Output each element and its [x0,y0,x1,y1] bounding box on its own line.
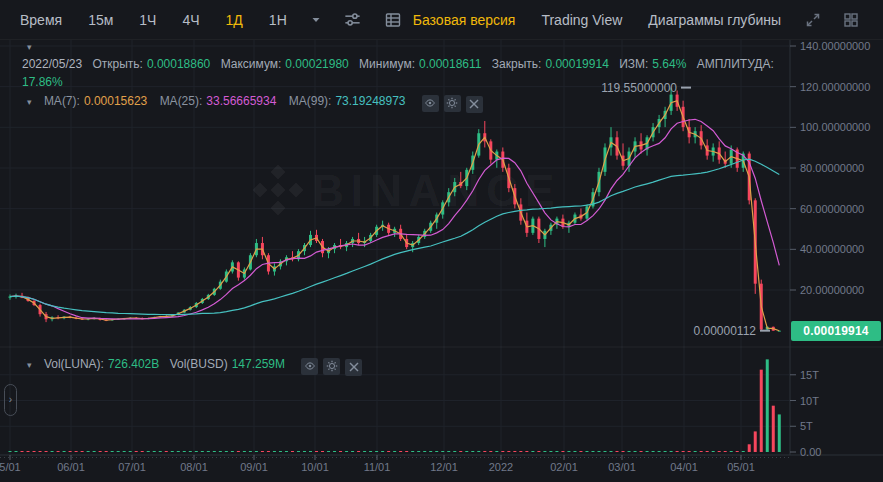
candle-date: 2022/05/23 [22,57,82,71]
ma25-value: 33.56665934 [206,94,276,108]
interval-15m[interactable]: 15м [75,12,126,28]
svg-text:5T: 5T [800,420,813,432]
interval-time[interactable]: Время [20,12,75,28]
svg-text:12/01: 12/01 [430,461,458,473]
ma25-label: MA(25): [160,94,203,108]
volume-visibility-eye-icon[interactable] [301,358,318,375]
last-price-badge[interactable]: 0.00019914 [791,321,881,341]
svg-text:100.00000000: 100.00000000 [800,121,870,133]
svg-text:119.55000000: 119.55000000 [601,81,677,95]
interval-1w[interactable]: 1Н [256,12,300,28]
ma-collapse-caret-icon[interactable]: ▾ [27,97,32,107]
ma-close-icon[interactable] [466,96,483,113]
change-value: 5.64% [652,57,686,71]
svg-text:40.00000000: 40.00000000 [800,243,864,255]
amplitude-label: АМПЛИТУДА: [697,57,774,71]
ma-visibility-eye-icon[interactable] [422,95,439,112]
vol-luna-value: 726.402B [108,357,159,371]
svg-text:0.00000112: 0.00000112 [693,324,756,338]
svg-text:08/01: 08/01 [180,461,208,473]
vol-busd-value: 147.259M [232,357,285,371]
svg-text:5/01: 5/01 [0,461,21,473]
svg-text:09/01: 09/01 [240,461,268,473]
svg-text:02/01: 02/01 [550,461,578,473]
svg-text:05/01: 05/01 [727,461,755,473]
low-label: Минимум: [359,57,415,71]
svg-text:03/01: 03/01 [608,461,636,473]
svg-text:07/01: 07/01 [118,461,146,473]
panel-expander-chevron-icon[interactable]: › [4,384,17,416]
svg-text:80.00000000: 80.00000000 [800,162,864,174]
interval-1h[interactable]: 1Ч [126,12,169,28]
close-value: 0.00019914 [545,57,608,71]
low-value: 0.00018611 [419,57,482,71]
view-tabs-group: Базовая версия Trading View Диаграммы гл… [413,12,870,28]
volume-settings-gear-icon[interactable] [323,358,340,375]
tab-basic-version[interactable]: Базовая версия [413,12,529,28]
ma-legend-actions [417,94,483,108]
svg-text:BINANCE: BINANCE [312,166,561,215]
ma7-label: MA(7): [44,94,80,108]
svg-text:10T: 10T [800,395,819,407]
close-label: Закрыть: [492,57,542,71]
svg-text:20.00000000: 20.00000000 [800,284,864,296]
svg-text:11/01: 11/01 [364,461,391,473]
interval-group: Время 15м 1Ч 4Ч 1Д 1Н [20,10,413,29]
volume-legend: ▾ Vol(LUNA):726.402B Vol(BUSD)147.259M [27,357,362,376]
amplitude-row: 17.86% [22,75,63,89]
amplitude-value: 17.86% [22,75,63,89]
svg-text:04/01: 04/01 [670,461,698,473]
vol-luna-label: Vol(LUNA): [44,357,104,371]
volume-legend-actions [296,357,362,371]
svg-text:60.00000000: 60.00000000 [800,203,864,215]
ma7-value: 0.00015623 [84,94,147,108]
vol-busd-label: Vol(BUSD) [170,357,228,371]
volume-collapse-caret-icon[interactable]: ▾ [27,360,32,370]
high-label: Максимум: [221,57,282,71]
ma-line [10,119,779,319]
svg-text:120.00000000: 120.00000000 [800,81,870,93]
ma99-label: MA(99): [289,94,332,108]
ma-legend: ▾ MA(7):0.00015623 MA(25):33.56665934 MA… [27,94,483,113]
change-label: ИЗМ: [619,57,648,71]
interval-dropdown-caret-icon[interactable] [300,15,332,25]
svg-text:2022: 2022 [489,461,513,473]
ohlc-legend: 2022/05/23 Открыть:0.00018860 Максимум:0… [22,57,774,71]
svg-text:0.00: 0.00 [800,446,821,458]
fullscreen-expand-icon[interactable] [794,12,832,28]
ma-line [10,101,779,331]
open-value: 0.00018860 [147,57,210,71]
svg-text:10/01: 10/01 [301,461,329,473]
open-label: Открыть: [92,57,142,71]
svg-text:15T: 15T [800,369,819,381]
interval-1d[interactable]: 1Д [213,12,256,28]
layout-squares-icon[interactable] [832,12,870,28]
high-value: 0.00021980 [285,57,348,71]
volume-close-icon[interactable] [345,359,362,376]
tab-depth-charts[interactable]: Диаграммы глубины [635,12,794,28]
svg-text:06/01: 06/01 [57,461,85,473]
indicator-settings-icon[interactable] [332,10,373,29]
binance-chart-app: Время 15м 1Ч 4Ч 1Д 1Н [0,0,883,482]
tab-trading-view[interactable]: Trading View [528,12,635,28]
orderbook-grid-icon[interactable] [373,11,413,29]
ma-settings-gear-icon[interactable] [444,95,461,112]
interval-4h[interactable]: 4Ч [169,12,212,28]
chart-toolbar: Время 15м 1Ч 4Ч 1Д 1Н [0,0,883,40]
svg-text:140.00000000: 140.00000000 [800,40,870,52]
ohlc-collapse-caret-icon[interactable]: ▾ [27,43,32,52]
ma99-value: 73.19248973 [335,94,405,108]
